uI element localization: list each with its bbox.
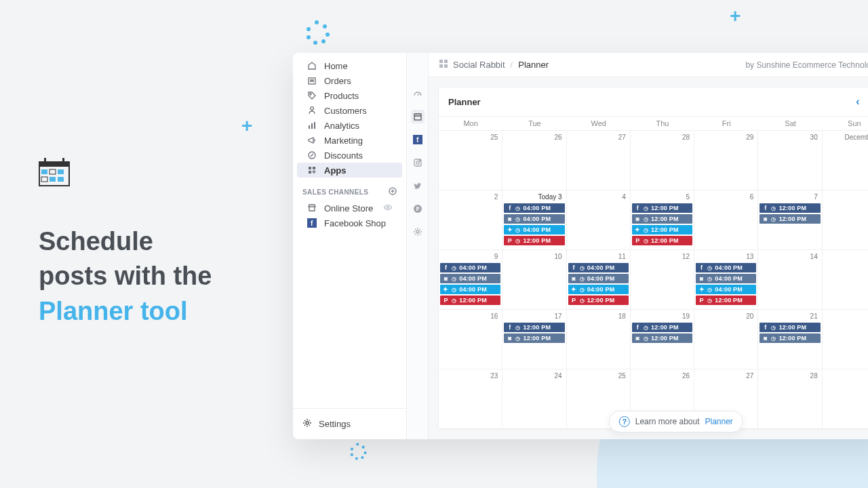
calendar-cell[interactable]: 9f◷04:00 PM◙◷04:00 PM✦◷04:00 PMP◷12:00 P… <box>439 250 502 310</box>
event-fb[interactable]: f◷12:00 PM <box>632 203 692 213</box>
event-time: 12:00 PM <box>651 324 679 331</box>
calendar-cell[interactable]: 29 <box>694 131 758 190</box>
calendar-cell[interactable]: 7f◷12:00 PM◙◷12:00 PM <box>758 190 822 250</box>
day-events: f◷12:00 PM◙◷12:00 PM <box>760 323 820 343</box>
event-fb[interactable]: f◷12:00 PM <box>632 323 692 332</box>
calendar-cell[interactable]: 30 <box>758 131 822 190</box>
calendar-cell[interactable]: 25 <box>439 131 502 190</box>
day-number: 21 <box>760 311 820 321</box>
svg-rect-2 <box>44 158 46 163</box>
learn-more-pill[interactable]: ? Learn more about Planner <box>609 411 743 432</box>
calendar-cell[interactable]: 28 <box>631 131 694 190</box>
sidebar-item-home[interactable]: Home <box>297 58 402 73</box>
rail-ig-icon[interactable] <box>411 156 425 169</box>
rail-pi-icon[interactable]: P <box>411 202 425 216</box>
rail-dash-icon[interactable] <box>411 87 425 100</box>
clock-icon: ◷ <box>644 325 648 331</box>
calendar-cell[interactable]: 17f◷12:00 PM◙◷12:00 PM <box>502 310 566 369</box>
event-ig[interactable]: ◙◷04:00 PM <box>440 274 500 283</box>
event-ig[interactable]: ◙◷12:00 PM <box>760 214 820 224</box>
calendar-cell[interactable]: 28 <box>758 369 822 429</box>
breadcrumb: Social Rabbit / Planner by Sunshine Ecom… <box>429 53 868 77</box>
calendar-cell[interactable]: 14 <box>758 250 822 310</box>
rail-fb-icon[interactable]: f <box>411 133 425 146</box>
sidebar-item-discounts[interactable]: Discounts <box>297 148 402 163</box>
sidebar-item-apps[interactable]: Apps <box>297 163 402 178</box>
sidebar-settings[interactable]: Settings <box>293 408 406 439</box>
channel-online-store[interactable]: Online Store <box>297 201 402 216</box>
calendar-cell[interactable]: 29 <box>823 369 868 429</box>
calendar-cell[interactable]: Today 3f◷04:00 PM◙◷04:00 PM✦◷04:00 PMP◷1… <box>502 190 566 250</box>
calendar-cell[interactable]: 16 <box>439 310 502 369</box>
event-ig[interactable]: ◙◷04:00 PM <box>568 274 629 283</box>
day-number: 28 <box>760 371 820 381</box>
calendar-cell[interactable]: 24 <box>502 369 566 429</box>
svg-point-11 <box>310 94 311 95</box>
calendar-cell[interactable]: December 1 <box>823 131 868 190</box>
calendar-cell[interactable]: 21f◷12:00 PM◙◷12:00 PM <box>758 310 822 369</box>
svg-point-21 <box>387 206 389 208</box>
event-ig[interactable]: ◙◷04:00 PM <box>696 274 756 283</box>
event-fb[interactable]: f◷04:00 PM <box>696 263 756 272</box>
calendar-cell[interactable]: 20 <box>694 310 758 369</box>
calendar-cell[interactable]: 11f◷04:00 PM◙◷04:00 PM✦◷04:00 PMP◷12:00 … <box>567 250 631 310</box>
calendar-cell[interactable]: 8 <box>823 190 868 250</box>
calendar-cell[interactable]: 18 <box>567 310 631 369</box>
calendar-cell[interactable]: 13f◷04:00 PM◙◷04:00 PM✦◷04:00 PMP◷12:00 … <box>694 250 758 310</box>
sidebar-item-products[interactable]: Products <box>297 88 402 103</box>
event-ig[interactable]: ◙◷12:00 PM <box>632 214 692 224</box>
event-fb[interactable]: f◷12:00 PM <box>760 323 820 332</box>
calendar-cell[interactable]: 26 <box>502 131 566 190</box>
rail-tw-icon[interactable] <box>411 179 425 192</box>
eye-icon[interactable] <box>383 203 393 214</box>
calendar-cell[interactable]: 23 <box>439 369 502 429</box>
event-pi[interactable]: P◷12:00 PM <box>632 236 692 245</box>
event-ig[interactable]: ◙◷04:00 PM <box>504 214 564 224</box>
event-fb[interactable]: f◷12:00 PM <box>504 323 564 332</box>
event-pi[interactable]: P◷12:00 PM <box>568 296 629 305</box>
calendar-cell[interactable]: 10 <box>502 250 566 310</box>
crumb-root[interactable]: Social Rabbit <box>453 60 505 70</box>
event-tw[interactable]: ✦◷04:00 PM <box>568 285 629 294</box>
day-number: 17 <box>504 311 564 321</box>
event-pi[interactable]: P◷12:00 PM <box>696 296 756 305</box>
event-ig[interactable]: ◙◷12:00 PM <box>632 333 692 343</box>
rail-planner-icon[interactable] <box>411 110 425 123</box>
event-ig[interactable]: ◙◷12:00 PM <box>760 333 820 343</box>
event-tw[interactable]: ✦◷04:00 PM <box>696 285 756 294</box>
event-tw[interactable]: ✦◷12:00 PM <box>632 225 692 235</box>
calendar-hero-icon <box>39 158 212 189</box>
sidebar-item-analytics[interactable]: Analytics <box>297 118 402 133</box>
event-fb[interactable]: f◷04:00 PM <box>568 263 629 272</box>
ig-icon: ◙ <box>635 216 641 222</box>
event-tw[interactable]: ✦◷04:00 PM <box>504 225 564 235</box>
learn-link[interactable]: Planner <box>705 417 732 426</box>
day-number: 25 <box>440 132 500 142</box>
calendar-cell[interactable]: 27 <box>567 131 631 190</box>
sidebar-item-customers[interactable]: Customers <box>297 103 402 118</box>
sidebar-item-orders[interactable]: Orders <box>297 73 402 88</box>
day-events: f◷04:00 PM◙◷04:00 PM✦◷04:00 PMP◷12:00 PM <box>696 263 756 305</box>
calendar-cell[interactable]: 6 <box>694 190 758 250</box>
calendar-cell[interactable]: 22 <box>823 310 868 369</box>
calendar-cell[interactable]: 2 <box>439 190 502 250</box>
calendar-cell[interactable]: 19f◷12:00 PM◙◷12:00 PM <box>631 310 694 369</box>
svg-point-12 <box>311 107 314 110</box>
event-pi[interactable]: P◷12:00 PM <box>440 296 500 305</box>
sidebar-item-marketing[interactable]: Marketing <box>297 133 402 148</box>
rail-gear-icon[interactable] <box>411 225 425 239</box>
svg-rect-34 <box>439 60 443 63</box>
add-channel-icon[interactable] <box>389 187 397 197</box>
event-pi[interactable]: P◷12:00 PM <box>504 236 564 245</box>
calendar-cell[interactable]: 5f◷12:00 PM◙◷12:00 PM✦◷12:00 PMP◷12:00 P… <box>631 190 694 250</box>
prev-button[interactable]: ‹ <box>856 96 859 108</box>
event-fb[interactable]: f◷12:00 PM <box>760 203 820 213</box>
channel-facebook-shop[interactable]: fFacebook Shop <box>297 216 402 230</box>
calendar-cell[interactable]: 15 <box>823 250 868 310</box>
event-fb[interactable]: f◷04:00 PM <box>504 203 564 213</box>
calendar-cell[interactable]: 12 <box>631 250 694 310</box>
event-ig[interactable]: ◙◷12:00 PM <box>504 333 564 343</box>
calendar-cell[interactable]: 4 <box>567 190 631 250</box>
event-tw[interactable]: ✦◷04:00 PM <box>440 285 500 294</box>
event-fb[interactable]: f◷04:00 PM <box>440 263 500 272</box>
